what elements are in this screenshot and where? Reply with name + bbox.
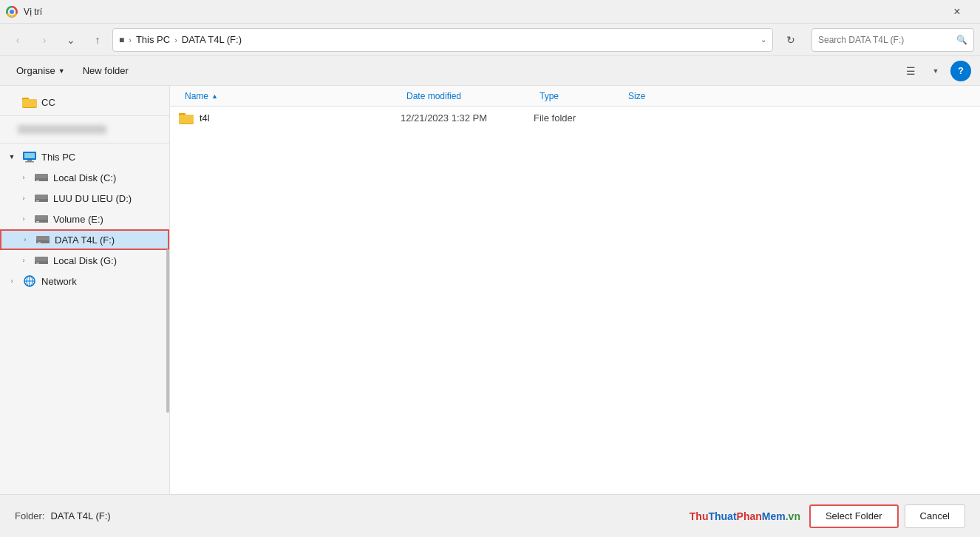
- expand-icon-f[interactable]: ›: [19, 234, 31, 246]
- sidebar-divider-1: [0, 115, 169, 116]
- select-folder-button[interactable]: Select Folder: [809, 504, 899, 528]
- svg-rect-30: [179, 115, 194, 124]
- bottom-logo: ThuThuatPhanMem.vn: [690, 510, 800, 522]
- cancel-button[interactable]: Cancel: [905, 504, 965, 528]
- sidebar-item-local-c[interactable]: › Local Disk (C:): [0, 167, 169, 188]
- expand-icon-network[interactable]: ›: [6, 275, 18, 287]
- column-header-type[interactable]: Type: [534, 91, 622, 101]
- file-icon-t4l: [179, 111, 194, 126]
- sidebar-item-label-c: Local Disk (C:): [53, 172, 116, 183]
- sidebar-item-local-g[interactable]: › Local Disk (G:): [0, 250, 169, 271]
- bottom-left: Folder: DATA T4L (F:): [15, 510, 681, 521]
- file-list-header: Name ▲ Date modified Type Size: [170, 86, 980, 107]
- folder-value: DATA T4L (F:): [50, 510, 110, 521]
- close-button[interactable]: ×: [940, 0, 974, 24]
- address-bar[interactable]: ■ › This PC › DATA T4L (F:) ⌄: [112, 28, 773, 52]
- sidebar-item-this-pc[interactable]: ▼ This PC: [0, 146, 169, 167]
- title-bar: Vị trí ×: [0, 0, 980, 24]
- column-date-label: Date modified: [406, 91, 461, 101]
- search-input[interactable]: [818, 35, 952, 45]
- svg-rect-7: [27, 160, 32, 161]
- expand-icon-g[interactable]: ›: [18, 254, 30, 266]
- new-folder-button[interactable]: New folder: [75, 61, 136, 81]
- folder-icon-cc: [22, 95, 37, 109]
- refresh-button[interactable]: ↻: [779, 28, 803, 52]
- up-button[interactable]: ↑: [86, 28, 109, 52]
- expand-icon-this-pc[interactable]: ▼: [6, 151, 18, 163]
- address-separator-2: ›: [174, 36, 177, 44]
- expand-icon-e[interactable]: ›: [18, 213, 30, 225]
- sidebar-divider-2: [0, 143, 169, 143]
- title-bar-left: Vị trí: [6, 6, 42, 18]
- column-size-label: Size: [628, 91, 645, 101]
- file-type-t4l: File folder: [534, 112, 622, 124]
- sidebar: CC ▼ This PC › Local Disk (C:) ›: [0, 86, 170, 494]
- sidebar-item-data-f[interactable]: › DATA T4L (F:): [0, 229, 169, 250]
- file-list: Name ▲ Date modified Type Size t: [170, 86, 980, 494]
- forward-button[interactable]: ›: [33, 28, 56, 52]
- drive-icon-f: [35, 232, 50, 247]
- sidebar-item-label-cc: CC: [41, 97, 55, 108]
- chrome-icon: [6, 6, 18, 18]
- column-header-date[interactable]: Date modified: [401, 91, 534, 101]
- sidebar-item-network[interactable]: › Network: [0, 271, 169, 291]
- help-button[interactable]: ?: [950, 61, 971, 81]
- folder-label: Folder:: [15, 510, 44, 521]
- organise-button[interactable]: Organise ▼: [9, 61, 72, 81]
- svg-rect-6: [24, 153, 35, 158]
- svg-rect-17: [36, 221, 39, 223]
- address-current-drive[interactable]: DATA T4L (F:): [182, 34, 242, 45]
- sidebar-item-label-d: LUU DU LIEU (D:): [53, 193, 132, 204]
- sidebar-item-cc[interactable]: CC: [0, 92, 169, 112]
- sidebar-item-label-g: Local Disk (G:): [53, 255, 117, 266]
- svg-rect-11: [36, 180, 39, 181]
- column-header-name[interactable]: Name ▲: [179, 91, 401, 101]
- sidebar-item-label-this-pc: This PC: [41, 152, 75, 163]
- network-icon: [22, 274, 37, 288]
- column-type-label: Type: [540, 91, 559, 101]
- svg-rect-14: [36, 200, 39, 202]
- address-drive-icon: ■: [119, 35, 124, 45]
- blurred-content: [18, 125, 106, 134]
- back-button[interactable]: ‹: [6, 28, 30, 52]
- address-dropdown-icon[interactable]: ⌄: [760, 36, 766, 44]
- main-area: CC ▼ This PC › Local Disk (C:) ›: [0, 86, 980, 494]
- new-folder-label: New folder: [83, 65, 129, 76]
- drive-icon-d: [34, 191, 49, 206]
- organise-dropdown-icon: ▼: [58, 67, 65, 75]
- column-header-size[interactable]: Size: [622, 91, 696, 101]
- sidebar-item-label-f: DATA T4L (F:): [55, 234, 115, 246]
- logo-thuat: Thuat: [708, 510, 736, 522]
- toolbar-right: ☰ ▼ ?: [900, 61, 971, 81]
- expand-icon-c[interactable]: ›: [18, 172, 30, 183]
- sidebar-item-luu-d[interactable]: › LUU DU LIEU (D:): [0, 188, 169, 209]
- table-row[interactable]: t4l 12/21/2023 1:32 PM File folder: [170, 107, 980, 130]
- logo-mem: Mem: [762, 510, 786, 522]
- sort-arrow-icon: ▲: [211, 92, 218, 100]
- nav-bar: ‹ › ⌄ ↑ ■ › This PC › DATA T4L (F:) ⌄ ↻ …: [0, 24, 980, 56]
- view-dropdown-button[interactable]: ▼: [925, 61, 946, 81]
- drive-icon-g: [34, 253, 49, 268]
- view-icon: ☰: [906, 65, 916, 77]
- toolbar: Organise ▼ New folder ☰ ▼ ?: [0, 56, 980, 86]
- file-date-t4l: 12/21/2023 1:32 PM: [401, 112, 534, 124]
- organise-label: Organise: [16, 65, 55, 76]
- history-dropdown-button[interactable]: ⌄: [59, 28, 83, 52]
- sidebar-item-label-network: Network: [41, 276, 77, 287]
- address-separator-1: ›: [129, 36, 132, 44]
- sidebar-item-blurred[interactable]: [0, 119, 169, 140]
- address-this-pc[interactable]: This PC: [136, 34, 170, 45]
- sidebar-scrollbar[interactable]: [166, 249, 169, 413]
- logo-thu: Thu: [690, 510, 709, 522]
- sidebar-item-volume-e[interactable]: › Volume (E:): [0, 209, 169, 229]
- view-options-button[interactable]: ☰: [900, 61, 921, 81]
- file-name-t4l: t4l: [200, 112, 401, 124]
- expand-icon-d[interactable]: ›: [18, 192, 30, 204]
- column-name-label: Name: [185, 91, 208, 101]
- expand-icon-cc: [6, 96, 18, 108]
- svg-rect-23: [36, 263, 39, 264]
- svg-rect-4: [22, 99, 37, 107]
- svg-rect-8: [25, 161, 34, 163]
- search-icon: 🔍: [956, 35, 967, 45]
- svg-rect-20: [38, 242, 41, 243]
